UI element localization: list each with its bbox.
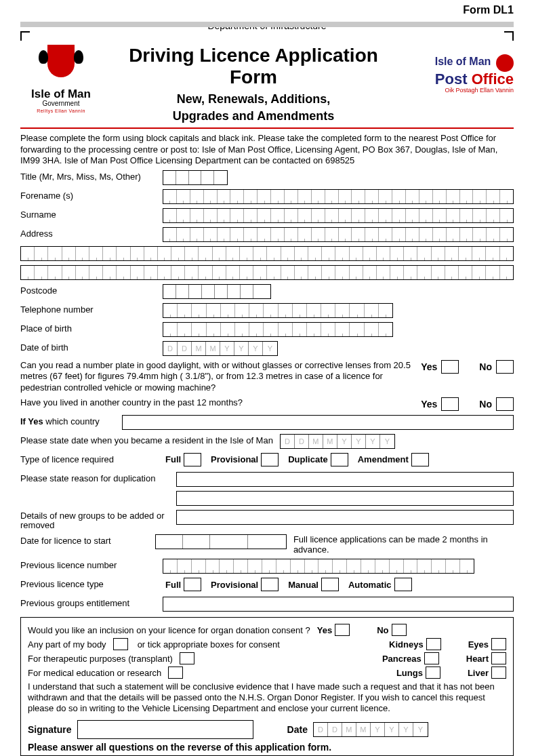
kidneys-box[interactable] (426, 638, 441, 650)
label-surname: Surname (20, 208, 163, 220)
therapeutic-box[interactable] (180, 652, 194, 664)
licence-full-box[interactable] (184, 453, 201, 466)
prev-prov-box[interactable] (261, 578, 279, 591)
input-prev-num[interactable] (163, 559, 474, 574)
label-dob: Date of birth (20, 341, 163, 353)
logo-left-line2: Government (20, 100, 102, 107)
licence-dup-box[interactable] (331, 453, 348, 466)
label-licence-start: Date for licence to start (20, 534, 155, 546)
input-address-1[interactable] (163, 227, 514, 242)
title-block: Driving Licence Application Form New, Re… (108, 41, 398, 125)
label-prev-type: Previous licence type (20, 578, 163, 589)
signature-label: Signature (28, 724, 72, 735)
post-office-logo: Isle of Man Post Office Oik Postagh Ella… (405, 41, 514, 94)
opt-duplicate: Duplicate (288, 454, 328, 464)
post-office-badge-icon (496, 54, 514, 72)
liver-label: Liver (468, 668, 489, 678)
po-line1: Isle of Man (435, 56, 491, 67)
organ-donation-section: Would you like an inclusion on your lice… (20, 617, 514, 756)
organ-no-box[interactable] (392, 624, 407, 636)
label-title: Title (Mr, Mrs, Miss, Ms, Other) (20, 170, 163, 182)
kidneys-label: Kidneys (389, 639, 424, 650)
no-label: No (479, 361, 492, 372)
licence-start-note: Full licence applications can be made 2 … (293, 534, 514, 555)
intro-text: Please complete the form using block cap… (20, 133, 514, 166)
label-address: Address (20, 227, 163, 239)
signature-field[interactable] (77, 720, 253, 739)
input-country[interactable] (122, 415, 514, 430)
prev-auto-box[interactable] (394, 578, 412, 591)
input-forename[interactable] (163, 189, 514, 204)
prev-manual-box[interactable] (321, 578, 339, 591)
input-new-groups[interactable] (176, 510, 514, 525)
input-address-3[interactable] (20, 265, 514, 280)
eyesight-no-box[interactable] (496, 360, 514, 374)
opt-full: Full (165, 454, 181, 464)
input-reason-dup-1[interactable] (176, 472, 514, 487)
input-dob[interactable]: D D M M Y Y Y Y (163, 341, 278, 356)
label-prev-num: Previous licence number (20, 559, 163, 570)
opt-amendment: Amendment (358, 454, 409, 464)
label-reason-dup: Please state reason for duplication (20, 472, 176, 483)
yes-label-2: Yes (421, 399, 437, 410)
input-address-2[interactable] (20, 246, 514, 261)
eyesight-yes-box[interactable] (441, 360, 459, 374)
licence-amend-box[interactable] (411, 453, 429, 466)
any-part-label: Any part of my body (28, 639, 106, 650)
organ-yes-box[interactable] (335, 624, 350, 636)
heart-label: Heart (466, 654, 489, 664)
po-office: Office (472, 71, 514, 87)
prev-prov: Provisional (211, 580, 258, 590)
logo-left-line1: Isle of Man (20, 88, 102, 100)
crest-icon (37, 45, 85, 85)
input-title[interactable] (163, 170, 228, 185)
medical-label: For medical education or research (28, 668, 161, 678)
label-new-groups: Details of new groups to be added or rem… (20, 510, 176, 531)
organ-yes-label: Yes (317, 625, 332, 635)
input-pob[interactable] (163, 322, 393, 337)
organ-no-label: No (377, 625, 388, 635)
date-field[interactable]: D D M M Y Y Y Y (313, 722, 428, 737)
subtitle-2: Upgrades and Amendments (108, 108, 398, 125)
top-grey-bar (20, 22, 514, 27)
input-licence-start[interactable] (155, 534, 287, 549)
input-surname[interactable] (163, 208, 514, 223)
label-pob: Place of birth (20, 322, 163, 334)
eyes-box[interactable] (491, 638, 506, 650)
organ-disclaimer: I understand that such a statement will … (28, 681, 506, 713)
therapeutic-label: For therapeutic purposes (transplant) (28, 654, 173, 664)
medical-box[interactable] (168, 667, 183, 679)
any-part-box[interactable] (113, 638, 128, 650)
q-abroad: Have you lived in another country in the… (20, 397, 421, 408)
pancreas-box[interactable] (424, 652, 439, 664)
lungs-box[interactable] (426, 667, 440, 679)
abroad-no-box[interactable] (496, 397, 514, 411)
lungs-label: Lungs (396, 668, 423, 678)
page-title: Driving Licence Application Form (108, 45, 398, 88)
no-label-2: No (479, 399, 492, 410)
input-reason-dup-2[interactable] (176, 491, 514, 506)
prev-full: Full (165, 580, 181, 590)
input-postcode[interactable] (163, 284, 271, 299)
label-prev-groups: Previous groups entitlement (20, 597, 163, 608)
label-licence-type: Type of licence required (20, 453, 163, 464)
liver-box[interactable] (491, 667, 506, 679)
q-eyesight: Can you read a number plate in good dayl… (20, 360, 421, 393)
red-divider (20, 127, 514, 129)
isle-of-man-gov-logo: Isle of Man Government Reiltys Ellan Van… (20, 41, 102, 113)
prev-full-box[interactable] (184, 578, 201, 591)
label-postcode: Postcode (20, 284, 163, 296)
input-prev-groups[interactable] (163, 597, 514, 612)
licence-prov-box[interactable] (261, 453, 279, 466)
abroad-yes-box[interactable] (441, 397, 459, 411)
label-resident-date: Please state date when you became a resi… (20, 434, 273, 445)
eyes-label: Eyes (468, 639, 489, 650)
heart-box[interactable] (491, 652, 506, 664)
input-telephone[interactable] (163, 303, 393, 318)
prev-auto: Automatic (348, 580, 392, 590)
header: Isle of Man Government Reiltys Ellan Van… (20, 41, 514, 125)
label-telephone: Telephone number (20, 303, 163, 315)
input-resident-date[interactable]: D D M M Y Y Y Y (280, 434, 395, 449)
if-yes: If Yes (20, 416, 43, 426)
label-forename: Forename (s) (20, 189, 163, 201)
